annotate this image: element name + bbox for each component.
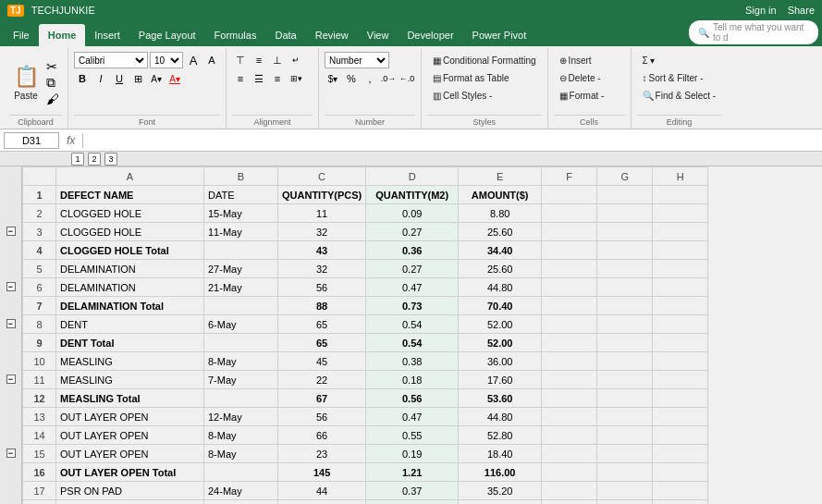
cell-17-5[interactable]: 35.20 (459, 482, 542, 500)
cell-11-2[interactable]: 7-May (204, 371, 278, 389)
conditional-formatting-button[interactable]: ▦ Conditional Formatting (427, 52, 542, 68)
row-number-8[interactable]: 8 (23, 315, 56, 334)
cell-2-6[interactable] (542, 204, 597, 223)
cell-5-8[interactable] (653, 260, 708, 278)
tab-developer[interactable]: Developer (398, 24, 462, 46)
col-header-g[interactable]: G (597, 167, 653, 186)
cell-13-6[interactable] (542, 408, 597, 426)
cell-1-1[interactable]: DEFECT NAME (56, 186, 204, 204)
row-number-1[interactable]: 1 (23, 186, 56, 204)
cell-13-4[interactable]: 0.47 (366, 408, 459, 426)
cell-14-1[interactable]: OUT LAYER OPEN (56, 426, 204, 445)
cell-3-2[interactable]: 11-May (204, 223, 278, 241)
currency-button[interactable]: $▾ (325, 70, 341, 87)
cell-18-5[interactable]: 52.00 (459, 500, 542, 505)
font-color-button[interactable]: A▾ (166, 70, 183, 87)
cell-4-7[interactable] (597, 241, 653, 260)
cell-8-3[interactable]: 65 (278, 315, 366, 334)
cell-15-5[interactable]: 18.40 (459, 445, 542, 463)
tab-file[interactable]: File (4, 24, 39, 46)
format-painter-button[interactable]: 🖌 (44, 92, 61, 106)
cell-10-6[interactable] (542, 352, 597, 371)
cell-6-1[interactable]: DELAMINATION (56, 278, 204, 297)
border-button[interactable]: ⊞ (129, 70, 146, 87)
collapse-measling-button[interactable]: − (0, 370, 21, 388)
cell-12-1[interactable]: MEASLING Total (56, 389, 204, 408)
tab-insert[interactable]: Insert (85, 24, 129, 46)
cell-18-6[interactable] (542, 500, 597, 505)
cell-7-5[interactable]: 70.40 (459, 297, 542, 315)
cell-5-1[interactable]: DELAMINATION (56, 260, 204, 278)
cell-9-8[interactable] (653, 334, 708, 352)
cell-16-2[interactable] (204, 463, 278, 482)
cell-10-3[interactable]: 45 (278, 352, 366, 371)
cell-6-7[interactable] (597, 278, 653, 297)
cell-3-3[interactable]: 32 (278, 223, 366, 241)
cell-7-4[interactable]: 0.73 (366, 297, 459, 315)
cell-9-6[interactable] (542, 334, 597, 352)
cell-11-1[interactable]: MEASLING (56, 371, 204, 389)
cell-12-5[interactable]: 53.60 (459, 389, 542, 408)
collapse-dent-button[interactable]: − (0, 314, 21, 333)
cell-3-7[interactable] (597, 223, 653, 241)
cell-12-3[interactable]: 67 (278, 389, 366, 408)
cell-15-1[interactable]: OUT LAYER OPEN (56, 445, 204, 463)
row-number-13[interactable]: 13 (23, 408, 56, 426)
autosum-button[interactable]: Σ ▾ (637, 52, 660, 68)
cell-3-8[interactable] (653, 223, 708, 241)
grid-area[interactable]: A B C D E F G H 1DEFECT NAMEDATEQUANTITY… (22, 166, 822, 504)
cell-4-3[interactable]: 43 (278, 241, 366, 260)
collapse-delamination-button[interactable]: − (0, 277, 21, 296)
cell-2-7[interactable] (597, 204, 653, 223)
cell-5-2[interactable]: 27-May (204, 260, 278, 278)
cell-9-5[interactable]: 52.00 (459, 334, 542, 352)
cell-10-1[interactable]: MEASLING (56, 352, 204, 371)
cell-2-5[interactable]: 8.80 (459, 204, 542, 223)
align-right-button[interactable]: ≡ (269, 70, 286, 87)
row-number-7[interactable]: 7 (23, 297, 56, 315)
italic-button[interactable]: I (92, 70, 109, 87)
cell-3-6[interactable] (542, 223, 597, 241)
cell-17-7[interactable] (597, 482, 653, 500)
cell-9-4[interactable]: 0.54 (366, 334, 459, 352)
cell-7-6[interactable] (542, 297, 597, 315)
cell-5-7[interactable] (597, 260, 653, 278)
cell-6-6[interactable] (542, 278, 597, 297)
cell-5-5[interactable]: 25.60 (459, 260, 542, 278)
cell-14-4[interactable]: 0.55 (366, 426, 459, 445)
group-level-2-button[interactable]: 2 (88, 153, 101, 166)
increase-font-button[interactable]: A (185, 52, 202, 68)
cell-8-5[interactable]: 52.00 (459, 315, 542, 334)
cell-7-2[interactable] (204, 297, 278, 315)
cell-4-2[interactable] (204, 241, 278, 260)
sort-filter-button[interactable]: ↕ Sort & Filter - (637, 69, 709, 86)
cell-9-1[interactable]: DENT Total (56, 334, 204, 352)
cut-button[interactable]: ✂ (44, 59, 61, 74)
col-header-f[interactable]: F (542, 167, 597, 186)
cell-4-1[interactable]: CLOGGED HOLE Total (56, 241, 204, 260)
group-level-1-button[interactable]: 1 (71, 153, 84, 166)
row-number-18[interactable]: 18 (23, 500, 56, 505)
collapse-clogged-button[interactable]: − (0, 222, 21, 240)
cell-2-2[interactable]: 15-May (204, 204, 278, 223)
cell-13-1[interactable]: OUT LAYER OPEN (56, 408, 204, 426)
cell-11-7[interactable] (597, 371, 653, 389)
percent-button[interactable]: % (343, 70, 360, 87)
cell-4-4[interactable]: 0.36 (366, 241, 459, 260)
dec-decrease-button[interactable]: ←.0 (399, 70, 415, 87)
col-header-d[interactable]: D (366, 167, 459, 186)
cell-9-3[interactable]: 65 (278, 334, 366, 352)
cell-6-4[interactable]: 0.47 (366, 278, 459, 297)
cell-18-7[interactable] (597, 500, 653, 505)
cell-1-5[interactable]: AMOUNT($) (459, 186, 542, 204)
cell-6-5[interactable]: 44.80 (459, 278, 542, 297)
wrap-text-button[interactable]: ↵ (288, 52, 304, 68)
cell-7-3[interactable]: 88 (278, 297, 366, 315)
cell-14-5[interactable]: 52.80 (459, 426, 542, 445)
cell-2-4[interactable]: 0.09 (366, 204, 459, 223)
cell-11-5[interactable]: 17.60 (459, 371, 542, 389)
cell-7-7[interactable] (597, 297, 653, 315)
cell-7-1[interactable]: DELAMINATION Total (56, 297, 204, 315)
fill-color-button[interactable]: A▾ (148, 70, 165, 87)
font-family-select[interactable]: Calibri (74, 52, 148, 68)
